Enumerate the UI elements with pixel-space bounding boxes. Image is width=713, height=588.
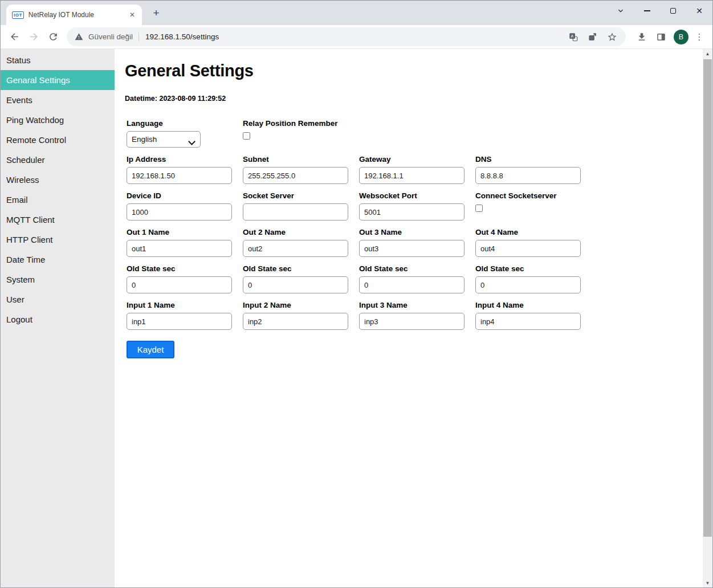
form-row-old-states: Old State sec Old State sec Old State se…	[127, 264, 703, 293]
relay-position-label: Relay Position Remember	[243, 119, 359, 128]
out2-input[interactable]	[243, 240, 348, 257]
back-button[interactable]	[5, 28, 23, 46]
form-row-input-names: Input 1 Name Input 2 Name Input 3 Name I…	[127, 301, 703, 330]
language-field: Language English	[127, 119, 243, 148]
sidebar-item-remote-control[interactable]: Remote Control	[1, 130, 115, 150]
side-panel-icon[interactable]	[654, 30, 668, 44]
language-label: Language	[127, 119, 243, 128]
browser-window: IOT NetRelay IOT Module ✕ + ✕ G	[0, 0, 713, 588]
relay-position-checkbox[interactable]	[243, 132, 250, 140]
socket-server-label: Socket Server	[243, 191, 359, 200]
sidebar-item-email[interactable]: Email	[1, 190, 115, 210]
out2-field: Out 2 Name	[243, 228, 359, 257]
sidebar-item-mqtt-client[interactable]: MQTT Client	[1, 210, 115, 230]
out1-label: Out 1 Name	[127, 228, 243, 236]
menu-kebab-icon[interactable]: ⋮	[694, 32, 704, 42]
forward-arrow-icon	[28, 31, 39, 42]
forward-button	[25, 28, 43, 46]
sidebar-item-scheduler[interactable]: Scheduler	[1, 150, 115, 170]
out1-input[interactable]	[127, 240, 232, 257]
old-state3-field: Old State sec	[359, 264, 475, 293]
url-text[interactable]: 192.168.1.50/settings	[145, 32, 219, 41]
main-content: General Settings Datetime: 2023-08-09 11…	[115, 49, 703, 588]
out4-input[interactable]	[475, 240, 581, 257]
gateway-label: Gateway	[359, 155, 475, 164]
page-title: General Settings	[125, 62, 703, 80]
out3-field: Out 3 Name	[359, 228, 475, 257]
form-row-out-names: Out 1 Name Out 2 Name Out 3 Name Out 4 N…	[127, 228, 703, 257]
sidebar-nav: Status Genaral Settings Events Ping Watc…	[1, 49, 115, 588]
site-favicon-icon: IOT	[12, 11, 24, 19]
input1-input[interactable]	[127, 313, 232, 330]
sidebar-item-logout[interactable]: Logout	[1, 309, 115, 329]
input3-input[interactable]	[359, 313, 465, 330]
old-state1-field: Old State sec	[127, 264, 243, 293]
relay-position-field: Relay Position Remember	[243, 119, 359, 148]
sidebar-item-user[interactable]: User	[1, 289, 115, 309]
old-state1-input[interactable]	[127, 276, 232, 293]
dns-label: DNS	[475, 155, 592, 164]
input4-label: Input 4 Name	[475, 301, 592, 309]
share-icon[interactable]	[587, 31, 598, 43]
subnet-field: Subnet	[243, 155, 359, 184]
websocket-port-field: Websocket Port	[359, 191, 475, 220]
sidebar-item-status[interactable]: Status	[1, 50, 115, 70]
not-secure-warning-icon[interactable]	[75, 32, 83, 41]
address-bar[interactable]: Güvenli değil 192.168.1.50/settings A	[67, 27, 626, 46]
socket-server-field: Socket Server	[243, 191, 359, 220]
sidebar-item-wireless[interactable]: Wireless	[1, 170, 115, 190]
scrollbar-thumb[interactable]	[703, 59, 712, 537]
dns-input[interactable]	[475, 167, 581, 184]
out3-input[interactable]	[359, 240, 465, 257]
maximize-button[interactable]	[660, 1, 686, 21]
device-id-input[interactable]	[127, 203, 232, 220]
out3-label: Out 3 Name	[359, 228, 475, 236]
scroll-up-icon[interactable]: ▲	[703, 49, 712, 59]
sidebar-item-events[interactable]: Events	[1, 90, 115, 110]
ip-address-label: Ip Address	[127, 155, 243, 164]
back-arrow-icon	[9, 31, 20, 42]
sidebar-item-general-settings[interactable]: Genaral Settings	[1, 70, 115, 90]
old-state4-input[interactable]	[475, 276, 581, 293]
minimize-button[interactable]	[634, 1, 660, 21]
scroll-down-icon[interactable]: ▼	[703, 578, 712, 588]
download-icon[interactable]	[635, 30, 649, 44]
close-window-button[interactable]: ✕	[686, 1, 712, 21]
device-id-label: Device ID	[127, 191, 243, 200]
reload-button[interactable]	[44, 28, 62, 46]
old-state2-input[interactable]	[243, 276, 348, 293]
out4-label: Out 4 Name	[475, 228, 592, 236]
sidebar-item-date-time[interactable]: Date Time	[1, 250, 115, 270]
security-status-label: Güvenli değil	[88, 32, 133, 41]
tab-close-icon[interactable]: ✕	[127, 10, 137, 20]
bookmark-star-icon[interactable]	[606, 31, 618, 43]
chevron-down-icon[interactable]	[608, 1, 634, 21]
subnet-input[interactable]	[243, 167, 348, 184]
input4-input[interactable]	[475, 313, 581, 330]
page-scrollbar[interactable]: ▲ ▼	[703, 49, 712, 588]
gateway-input[interactable]	[359, 167, 465, 184]
new-tab-button[interactable]: +	[149, 6, 164, 21]
sidebar-item-system[interactable]: System	[1, 270, 115, 289]
omnibox-divider	[138, 32, 139, 42]
window-controls: ✕	[608, 1, 712, 21]
datetime-label: Datetime: 2023-08-09 11:29:52	[125, 95, 703, 103]
profile-avatar[interactable]: B	[674, 30, 688, 44]
websocket-port-input[interactable]	[359, 203, 465, 220]
settings-form: Language English Relay Position Remember	[127, 119, 703, 358]
input2-field: Input 2 Name	[243, 301, 359, 330]
save-button[interactable]: Kaydet	[127, 341, 174, 358]
connect-socketserver-checkbox[interactable]	[475, 205, 483, 212]
input1-field: Input 1 Name	[127, 301, 243, 330]
language-select[interactable]: English	[127, 131, 201, 148]
socket-server-input[interactable]	[243, 203, 348, 220]
form-row-device: Device ID Socket Server Websocket Port C…	[127, 191, 703, 220]
old-state3-input[interactable]	[359, 276, 465, 293]
input2-input[interactable]	[243, 313, 348, 330]
translate-icon[interactable]: A	[568, 31, 579, 43]
sidebar-item-http-client[interactable]: HTTP Client	[1, 230, 115, 250]
sidebar-item-ping-watchdog[interactable]: Ping Watchdog	[1, 110, 115, 130]
input1-label: Input 1 Name	[127, 301, 243, 309]
browser-tab[interactable]: IOT NetRelay IOT Module ✕	[6, 5, 142, 25]
ip-address-input[interactable]	[127, 167, 232, 184]
